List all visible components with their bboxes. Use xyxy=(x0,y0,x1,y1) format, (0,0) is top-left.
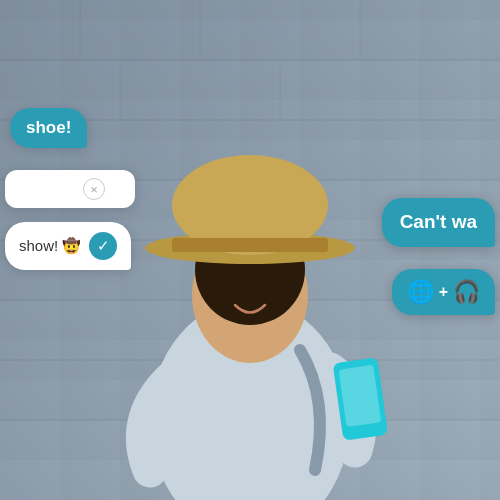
close-button[interactable]: × xyxy=(83,178,105,200)
bubble-cant-wait: Can't wa xyxy=(382,198,495,247)
headphones-icon: 🎧 xyxy=(453,279,480,305)
plus-sign: + xyxy=(439,283,448,301)
svg-rect-20 xyxy=(172,238,328,252)
bubble-input: × xyxy=(5,170,135,208)
show-text: show! 🤠 xyxy=(19,237,81,255)
globe-icon: 🌐 xyxy=(407,279,434,305)
person-svg xyxy=(90,0,410,500)
bubble-shoe: shoe! xyxy=(10,108,87,148)
bubble-show: show! 🤠 ✓ xyxy=(5,222,131,270)
check-button[interactable]: ✓ xyxy=(89,232,117,260)
bubble-globe-headphones: 🌐 + 🎧 xyxy=(392,269,495,315)
